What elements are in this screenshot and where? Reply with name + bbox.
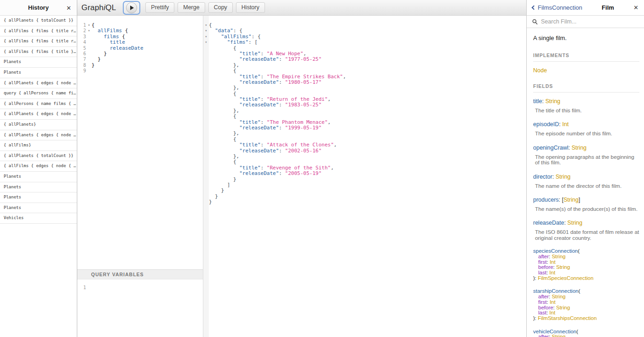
code-line: ▾ "films": [ <box>203 40 526 45</box>
doc-type-link[interactable]: Int <box>550 299 556 305</box>
doc-type-link[interactable]: Int <box>549 270 555 275</box>
fold-gutter <box>203 159 209 165</box>
history-item[interactable]: Planets <box>0 68 77 78</box>
implements-section-title: IMPLEMENTS <box>533 52 639 62</box>
doc-field-link[interactable]: speciesConnection <box>533 248 578 254</box>
variables-line-number: 1 <box>77 285 86 291</box>
code-line: } <box>203 194 526 199</box>
history-item[interactable]: { allPlanets { totalCount }} <box>0 16 77 26</box>
fold-gutter <box>86 46 92 51</box>
doc-field: starshipConnection(after: Stringfirst: I… <box>533 289 639 321</box>
search-icon <box>532 19 538 25</box>
code-line: "releaseDate": "1980-05-17" <box>203 80 526 85</box>
history-item[interactable]: { allPlanets { edges { node … <box>0 78 77 89</box>
doc-type-link[interactable]: String <box>552 334 565 337</box>
line-number: 2 <box>77 28 86 34</box>
fold-gutter <box>203 97 209 102</box>
doc-field-link[interactable]: openingCrawl <box>533 145 568 151</box>
doc-type-link[interactable]: FilmSpeciesConnection <box>538 275 593 281</box>
doc-field-link[interactable]: starshipConnection <box>533 288 578 294</box>
history-item[interactable]: { allFilms { films { title }… <box>0 47 77 58</box>
fold-gutter <box>203 165 209 171</box>
chevron-left-icon <box>532 6 536 10</box>
history-item[interactable]: { allPlanets { edges { node … <box>0 130 77 141</box>
doc-type-link[interactable]: String <box>571 145 586 151</box>
merge-button[interactable]: Merge <box>178 2 205 13</box>
query-variables-title-bar[interactable]: QUERY VARIABLES <box>77 269 203 279</box>
fold-gutter <box>203 148 209 154</box>
history-button[interactable]: History <box>236 2 265 13</box>
doc-type-link[interactable]: String <box>564 197 579 203</box>
variables-editor[interactable]: 1 <box>77 279 203 291</box>
doc-type-link[interactable]: String <box>556 264 570 270</box>
doc-type-link[interactable]: String <box>545 98 560 105</box>
history-item[interactable]: Planets <box>0 57 77 68</box>
history-item[interactable]: query { allPersons { name fi… <box>0 88 77 99</box>
doc-type-link[interactable]: Int <box>549 310 555 315</box>
fold-arrow-icon[interactable]: ▾ <box>86 23 92 28</box>
query-editor[interactable]: 1▾{2▾ allFilms {3 films {4 title5 releas… <box>77 16 203 74</box>
line-number: 4 <box>77 40 86 45</box>
history-item[interactable]: { allFilms { edges { node { … <box>0 161 77 172</box>
doc-arg-name: first <box>538 259 547 265</box>
close-icon[interactable]: ✕ <box>66 5 71 11</box>
doc-field: title: StringThe title of this film. <box>533 98 639 113</box>
doc-back-link[interactable]: FilmsConnection <box>532 4 582 11</box>
fold-gutter <box>203 68 209 74</box>
fold-arrow-icon[interactable]: ▾ <box>203 34 209 40</box>
doc-type-link[interactable]: FilmStarshipsConnection <box>538 315 597 321</box>
history-item[interactable]: { allFilms { films { title r… <box>0 26 77 37</box>
doc-type-link[interactable]: Int <box>562 121 569 128</box>
doc-type-link[interactable]: String <box>556 305 570 310</box>
fold-gutter <box>203 46 209 51</box>
doc-type-link[interactable]: Node <box>533 67 547 74</box>
code-line: } <box>203 188 526 193</box>
history-item[interactable]: Planets <box>0 203 77 214</box>
fields-list: title: StringThe title of this film.epis… <box>533 98 639 337</box>
result-viewer: ▾{▾ "data": {▾ "allFilms": {▾ "films": [… <box>203 16 526 205</box>
doc-field-link[interactable]: releaseDate <box>533 220 564 226</box>
execute-query-button[interactable] <box>126 2 137 13</box>
fold-arrow-icon[interactable]: ▾ <box>203 28 209 34</box>
code-line: } <box>203 177 526 182</box>
history-item[interactable]: { allPlanets { edges { node … <box>0 109 77 120</box>
history-item[interactable]: { allFilms} <box>0 140 77 151</box>
code-line: "releaseDate": "2005-05-19" <box>203 171 526 176</box>
close-icon[interactable]: ✕ <box>633 5 638 11</box>
doc-type-link[interactable]: String <box>567 220 582 226</box>
doc-field-link[interactable]: producers <box>533 197 559 203</box>
fold-arrow-icon[interactable]: ▾ <box>203 23 209 28</box>
prettify-button[interactable]: Prettify <box>145 2 174 13</box>
history-item[interactable]: { allPlanets { totalCount }} <box>0 151 77 162</box>
doc-field-description: The ISO 8601 date format of film release… <box>535 229 639 241</box>
code-line: }, <box>203 154 526 159</box>
history-item[interactable]: Planets <box>0 192 77 203</box>
fold-arrow-icon[interactable]: ▾ <box>203 40 209 45</box>
doc-field-link[interactable]: director <box>533 174 552 180</box>
doc-type-link[interactable]: String <box>552 254 565 259</box>
history-item[interactable]: Planets <box>0 182 77 193</box>
copy-button[interactable]: Copy <box>208 2 233 13</box>
doc-field-link[interactable]: episodeID <box>533 121 559 128</box>
fold-gutter <box>86 63 92 68</box>
doc-type-link[interactable]: String <box>552 294 565 299</box>
fold-gutter <box>86 34 92 40</box>
doc-search-input[interactable] <box>541 18 638 25</box>
doc-field-link[interactable]: vehicleConnection <box>533 329 576 334</box>
history-item[interactable]: { allFilms { films { title r… <box>0 36 77 47</box>
fold-arrow-icon[interactable]: ▾ <box>86 28 92 34</box>
doc-arg-name: before <box>538 305 553 310</box>
doc-field: releaseDate: StringThe ISO 8601 date for… <box>533 220 639 241</box>
history-item[interactable]: { allPlanets} <box>0 120 77 130</box>
code-line: "releaseDate": "1977-05-25" <box>203 57 526 62</box>
history-item[interactable]: { allPersons { name films { … <box>0 99 77 110</box>
fields-section-title: FIELDS <box>533 83 639 93</box>
doc-type-link[interactable]: Int <box>550 259 556 265</box>
code-line: }, <box>203 131 526 136</box>
code-line: ▾{ <box>203 23 526 28</box>
fold-gutter <box>203 91 209 97</box>
doc-field-link[interactable]: title <box>533 98 542 105</box>
history-item[interactable]: Planets <box>0 172 77 182</box>
history-item[interactable]: Vehicles <box>0 213 77 224</box>
doc-type-link[interactable]: String <box>556 174 571 180</box>
